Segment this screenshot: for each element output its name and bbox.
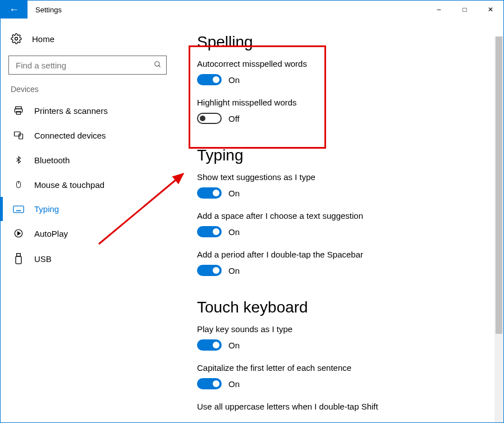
svg-marker-17 — [18, 232, 21, 235]
sidebar-item-mouse[interactable]: Mouse & touchpad — [1, 172, 175, 197]
svg-rect-18 — [17, 254, 21, 256]
sidebar-item-printers[interactable]: Printers & scanners — [1, 98, 175, 123]
svg-rect-5 — [16, 112, 21, 114]
typing-heading: Typing — [197, 146, 481, 164]
minimize-icon: – — [437, 6, 441, 13]
sounds-toggle[interactable] — [197, 339, 222, 351]
autocorrect-state: On — [228, 75, 240, 85]
mouse-icon — [13, 180, 24, 190]
spelling-heading: Spelling — [197, 33, 481, 51]
window-title: Settings — [28, 1, 426, 19]
capitalize-toggle-row: On — [197, 378, 481, 389]
sidebar-item-bluetooth[interactable]: Bluetooth — [1, 148, 175, 172]
suggestions-toggle[interactable] — [197, 187, 222, 199]
svg-line-2 — [159, 65, 161, 67]
autocorrect-toggle-row: On — [197, 74, 481, 85]
sidebar-item-usb[interactable]: USB — [1, 246, 175, 272]
autocorrect-label: Autocorrect misspelled words — [197, 59, 481, 68]
content-pane: Spelling Autocorrect misspelled words On… — [175, 19, 503, 422]
highlight-toggle[interactable] — [197, 113, 222, 124]
period-label: Add a period after I double-tap the Spac… — [197, 250, 481, 259]
back-button[interactable]: ← — [1, 1, 28, 19]
suggestions-label: Show text suggestions as I type — [197, 172, 481, 182]
close-button[interactable]: ✕ — [478, 1, 503, 19]
search-icon — [154, 61, 162, 70]
scrollbar-track[interactable] — [494, 36, 503, 422]
space-label: Add a space after I choose a text sugges… — [197, 211, 481, 220]
sidebar-item-autoplay[interactable]: AutoPlay — [1, 221, 175, 246]
highlight-label: Highlight misspelled words — [197, 98, 481, 107]
period-toggle[interactable] — [197, 265, 222, 276]
space-toggle-row: On — [197, 226, 481, 237]
search-box[interactable] — [8, 56, 167, 75]
period-state: On — [228, 266, 240, 275]
svg-rect-7 — [19, 134, 23, 139]
autocorrect-toggle[interactable] — [197, 74, 222, 85]
space-state: On — [228, 227, 240, 237]
capitalize-label: Capitalize the first letter of each sent… — [197, 363, 481, 373]
sidebar-item-typing[interactable]: Typing — [1, 197, 175, 221]
svg-rect-10 — [13, 206, 24, 213]
sounds-state: On — [228, 341, 240, 350]
highlight-toggle-row: Off — [197, 113, 481, 124]
capitalize-state: On — [228, 379, 240, 389]
uppercase-label: Use all uppercase letters when I double-… — [197, 402, 481, 411]
settings-window: ← Settings – □ ✕ Home — [0, 0, 504, 423]
search-input[interactable] — [15, 60, 154, 71]
maximize-button[interactable]: □ — [452, 1, 478, 19]
svg-rect-4 — [15, 109, 22, 112]
sidebar: Home Devices Printers & scanners — [1, 19, 175, 422]
sidebar-item-label: AutoPlay — [34, 229, 68, 238]
sounds-toggle-row: On — [197, 339, 481, 351]
scrollbar-thumb[interactable] — [496, 36, 502, 334]
highlight-state: Off — [228, 114, 240, 123]
window-controls: – □ ✕ — [426, 1, 503, 19]
sidebar-item-label: Printers & scanners — [34, 106, 108, 116]
sidebar-item-label: USB — [34, 254, 52, 264]
search-wrap — [8, 56, 167, 75]
autoplay-icon — [13, 228, 24, 238]
svg-point-1 — [155, 61, 159, 66]
sidebar-item-label: Connected devices — [34, 131, 106, 140]
sounds-label: Play key sounds as I type — [197, 324, 481, 334]
titlebar: ← Settings – □ ✕ — [1, 1, 503, 19]
home-button[interactable]: Home — [1, 27, 175, 50]
sidebar-item-connected-devices[interactable]: Connected devices — [1, 123, 175, 148]
period-toggle-row: On — [197, 265, 481, 276]
suggestions-state: On — [228, 188, 240, 198]
section-label: Devices — [1, 85, 175, 98]
svg-rect-19 — [16, 256, 21, 264]
bluetooth-icon — [13, 155, 24, 165]
home-label: Home — [32, 34, 54, 44]
sidebar-item-label: Bluetooth — [34, 155, 70, 165]
maximize-icon: □ — [462, 6, 466, 13]
usb-icon — [13, 253, 24, 264]
sidebar-item-label: Typing — [34, 204, 59, 214]
keyboard-icon — [13, 205, 24, 213]
minimize-button[interactable]: – — [426, 1, 452, 19]
devices-icon — [13, 130, 24, 140]
space-toggle[interactable] — [197, 226, 222, 237]
gear-icon — [11, 33, 22, 44]
sidebar-item-label: Mouse & touchpad — [34, 180, 104, 190]
arrow-left-icon: ← — [9, 4, 19, 16]
body-area: Home Devices Printers & scanners — [1, 19, 503, 422]
printer-icon — [13, 105, 24, 116]
capitalize-toggle[interactable] — [197, 378, 222, 389]
svg-point-0 — [15, 38, 18, 40]
suggestions-toggle-row: On — [197, 187, 481, 199]
touch-heading: Touch keyboard — [197, 298, 481, 316]
close-icon: ✕ — [488, 6, 493, 13]
